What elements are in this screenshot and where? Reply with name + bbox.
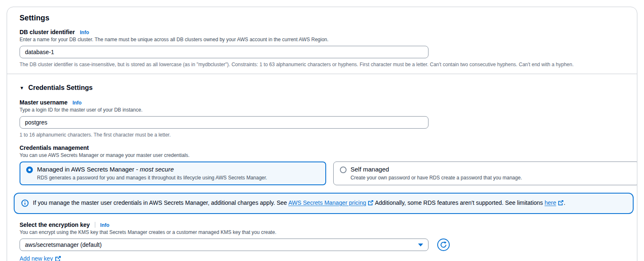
collapse-triangle-icon: ▼ [20,86,24,90]
encryption-key-select-row: aws/secretsmanager (default) [20,239,630,251]
option-description: RDS generates a password for you and man… [37,174,267,181]
radio-checked-icon[interactable] [26,167,33,173]
alert-text: If you manage the master user credential… [33,199,565,208]
external-link-icon [55,256,61,261]
encryption-key-label: Select the encryption key [20,221,90,228]
caret-down-icon [418,244,423,246]
encryption-key-description: You can encrypt using the KMS key that S… [20,229,630,235]
credentials-management-field: Credentials management You can use AWS S… [20,144,630,158]
db-cluster-identifier-info-link[interactable]: Info [80,30,89,35]
db-cluster-section: Settings DB cluster identifier Info Ente… [7,7,637,74]
encryption-key-select[interactable]: aws/secretsmanager (default) [20,239,429,251]
master-username-constraint: 1 to 16 alphanumeric characters. The fir… [20,132,630,138]
credentials-settings-title: Credentials Settings [28,84,93,92]
radio-unchecked-icon[interactable] [340,167,347,173]
option-title: Self managed [351,165,522,174]
secrets-manager-info-alert: If you manage the master user credential… [14,193,634,214]
encryption-key-info-link[interactable]: Info [100,222,109,228]
label-separator [95,222,95,228]
master-username-description: Type a login ID for the master user of y… [20,107,630,113]
add-new-key-label: Add new key [20,255,53,261]
master-username-label: Master username [20,99,67,106]
db-cluster-identifier-description: Enter a name for your DB cluster. The na… [20,37,630,42]
db-cluster-identifier-label: DB cluster identifier [20,29,75,35]
settings-panel: Settings DB cluster identifier Info Ente… [7,7,637,261]
credentials-management-label: Credentials management [20,144,89,151]
db-cluster-identifier-input[interactable] [20,46,429,58]
secrets-manager-pricing-link[interactable]: AWS Secrets Manager pricing [288,199,374,206]
option-description: Create your own password or have RDS cre… [351,174,522,181]
option-self-managed[interactable]: Self managed Create your own password or… [333,162,638,185]
alert-text-2: Additionally, some RDS features aren't s… [374,199,545,206]
encryption-key-selected-value: aws/secretsmanager (default) [25,241,102,248]
master-username-input[interactable] [20,116,429,129]
option-title: Managed in AWS Secrets Manager - most se… [37,165,267,174]
refresh-icon [440,241,447,248]
refresh-button[interactable] [437,239,450,251]
credentials-management-description: You can use AWS Secrets Manager or manag… [20,152,630,158]
alert-text-1: If you manage the master user credential… [33,199,288,206]
alert-text-3: . [564,199,565,206]
credentials-settings-section: ▼ Credentials Settings Master username I… [7,74,637,261]
add-new-key-link[interactable]: Add new key [20,255,61,261]
limitations-here-link[interactable]: here [545,199,564,206]
master-username-field: Master username Info Type a login ID for… [20,99,630,138]
option-managed-in-secrets-manager[interactable]: Managed in AWS Secrets Manager - most se… [20,162,326,185]
external-link-icon [368,200,374,207]
db-cluster-identifier-constraint: The DB cluster identifier is case-insens… [20,62,630,67]
credentials-management-options: Managed in AWS Secrets Manager - most se… [20,162,637,185]
info-icon [21,199,29,208]
external-link-icon [558,200,564,207]
credentials-settings-expander[interactable]: ▼ Credentials Settings [20,84,630,92]
master-username-info-link[interactable]: Info [72,100,82,106]
db-cluster-identifier-field: DB cluster identifier Info Enter a name … [20,29,630,67]
encryption-key-field: Select the encryption key Info You can e… [20,221,630,235]
page-title: Settings [20,14,630,22]
